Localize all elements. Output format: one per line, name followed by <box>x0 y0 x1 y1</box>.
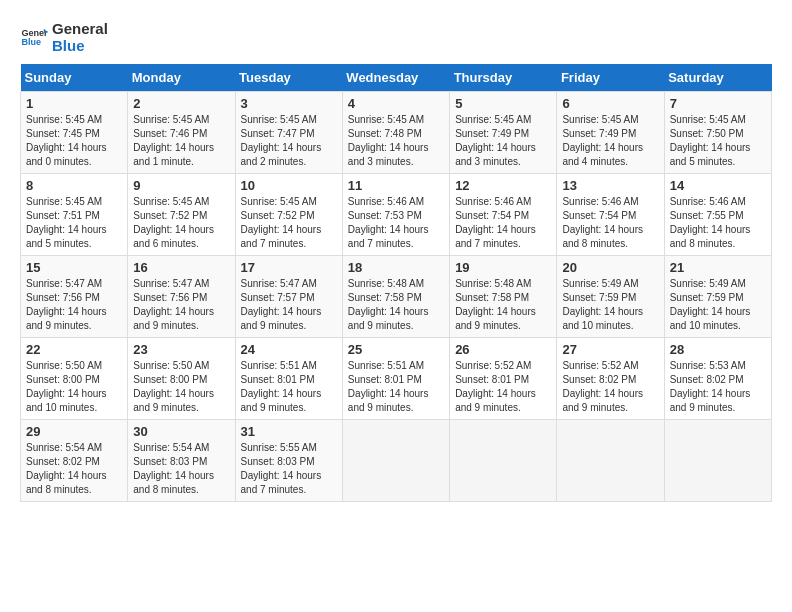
day-info: Sunrise: 5:45 AM Sunset: 7:46 PM Dayligh… <box>133 113 229 169</box>
day-info: Sunrise: 5:45 AM Sunset: 7:48 PM Dayligh… <box>348 113 444 169</box>
day-info: Sunrise: 5:46 AM Sunset: 7:54 PM Dayligh… <box>455 195 551 251</box>
day-info: Sunrise: 5:45 AM Sunset: 7:50 PM Dayligh… <box>670 113 766 169</box>
calendar-week-3: 22Sunrise: 5:50 AM Sunset: 8:00 PM Dayli… <box>21 338 772 420</box>
calendar-cell: 6Sunrise: 5:45 AM Sunset: 7:49 PM Daylig… <box>557 92 664 174</box>
day-number: 2 <box>133 96 229 111</box>
day-number: 22 <box>26 342 122 357</box>
calendar-cell: 5Sunrise: 5:45 AM Sunset: 7:49 PM Daylig… <box>450 92 557 174</box>
weekday-header-row: SundayMondayTuesdayWednesdayThursdayFrid… <box>21 64 772 92</box>
day-number: 8 <box>26 178 122 193</box>
day-number: 7 <box>670 96 766 111</box>
day-number: 6 <box>562 96 658 111</box>
day-info: Sunrise: 5:51 AM Sunset: 8:01 PM Dayligh… <box>348 359 444 415</box>
day-info: Sunrise: 5:45 AM Sunset: 7:45 PM Dayligh… <box>26 113 122 169</box>
calendar-cell: 14Sunrise: 5:46 AM Sunset: 7:55 PM Dayli… <box>664 174 771 256</box>
day-number: 16 <box>133 260 229 275</box>
day-number: 25 <box>348 342 444 357</box>
day-info: Sunrise: 5:45 AM Sunset: 7:47 PM Dayligh… <box>241 113 337 169</box>
day-info: Sunrise: 5:49 AM Sunset: 7:59 PM Dayligh… <box>562 277 658 333</box>
day-number: 24 <box>241 342 337 357</box>
day-number: 17 <box>241 260 337 275</box>
day-number: 23 <box>133 342 229 357</box>
calendar-week-1: 8Sunrise: 5:45 AM Sunset: 7:51 PM Daylig… <box>21 174 772 256</box>
svg-text:Blue: Blue <box>21 37 41 47</box>
calendar-cell: 8Sunrise: 5:45 AM Sunset: 7:51 PM Daylig… <box>21 174 128 256</box>
day-number: 13 <box>562 178 658 193</box>
calendar-cell: 23Sunrise: 5:50 AM Sunset: 8:00 PM Dayli… <box>128 338 235 420</box>
calendar-cell: 21Sunrise: 5:49 AM Sunset: 7:59 PM Dayli… <box>664 256 771 338</box>
calendar-week-4: 29Sunrise: 5:54 AM Sunset: 8:02 PM Dayli… <box>21 420 772 502</box>
day-number: 5 <box>455 96 551 111</box>
calendar-cell <box>664 420 771 502</box>
logo: General Blue General Blue <box>20 20 108 54</box>
day-number: 11 <box>348 178 444 193</box>
day-info: Sunrise: 5:45 AM Sunset: 7:52 PM Dayligh… <box>133 195 229 251</box>
day-number: 4 <box>348 96 444 111</box>
weekday-header-sunday: Sunday <box>21 64 128 92</box>
page-header: General Blue General Blue <box>20 20 772 54</box>
calendar-body: 1Sunrise: 5:45 AM Sunset: 7:45 PM Daylig… <box>21 92 772 502</box>
calendar-week-2: 15Sunrise: 5:47 AM Sunset: 7:56 PM Dayli… <box>21 256 772 338</box>
day-number: 14 <box>670 178 766 193</box>
logo-blue: Blue <box>52 37 108 54</box>
weekday-header-thursday: Thursday <box>450 64 557 92</box>
weekday-header-monday: Monday <box>128 64 235 92</box>
day-number: 30 <box>133 424 229 439</box>
calendar-cell: 1Sunrise: 5:45 AM Sunset: 7:45 PM Daylig… <box>21 92 128 174</box>
day-number: 10 <box>241 178 337 193</box>
day-info: Sunrise: 5:53 AM Sunset: 8:02 PM Dayligh… <box>670 359 766 415</box>
calendar-cell <box>450 420 557 502</box>
day-info: Sunrise: 5:46 AM Sunset: 7:55 PM Dayligh… <box>670 195 766 251</box>
logo-general: General <box>52 20 108 37</box>
day-info: Sunrise: 5:46 AM Sunset: 7:54 PM Dayligh… <box>562 195 658 251</box>
calendar-cell: 10Sunrise: 5:45 AM Sunset: 7:52 PM Dayli… <box>235 174 342 256</box>
day-info: Sunrise: 5:54 AM Sunset: 8:03 PM Dayligh… <box>133 441 229 497</box>
calendar-cell: 20Sunrise: 5:49 AM Sunset: 7:59 PM Dayli… <box>557 256 664 338</box>
calendar-cell: 9Sunrise: 5:45 AM Sunset: 7:52 PM Daylig… <box>128 174 235 256</box>
calendar-cell: 26Sunrise: 5:52 AM Sunset: 8:01 PM Dayli… <box>450 338 557 420</box>
day-number: 20 <box>562 260 658 275</box>
day-info: Sunrise: 5:51 AM Sunset: 8:01 PM Dayligh… <box>241 359 337 415</box>
calendar-cell: 4Sunrise: 5:45 AM Sunset: 7:48 PM Daylig… <box>342 92 449 174</box>
calendar-cell: 15Sunrise: 5:47 AM Sunset: 7:56 PM Dayli… <box>21 256 128 338</box>
day-number: 1 <box>26 96 122 111</box>
day-number: 21 <box>670 260 766 275</box>
day-number: 18 <box>348 260 444 275</box>
day-info: Sunrise: 5:47 AM Sunset: 7:56 PM Dayligh… <box>26 277 122 333</box>
weekday-header-friday: Friday <box>557 64 664 92</box>
calendar-cell: 30Sunrise: 5:54 AM Sunset: 8:03 PM Dayli… <box>128 420 235 502</box>
weekday-header-wednesday: Wednesday <box>342 64 449 92</box>
calendar-cell: 7Sunrise: 5:45 AM Sunset: 7:50 PM Daylig… <box>664 92 771 174</box>
calendar-cell: 29Sunrise: 5:54 AM Sunset: 8:02 PM Dayli… <box>21 420 128 502</box>
day-info: Sunrise: 5:55 AM Sunset: 8:03 PM Dayligh… <box>241 441 337 497</box>
day-info: Sunrise: 5:46 AM Sunset: 7:53 PM Dayligh… <box>348 195 444 251</box>
calendar-cell: 18Sunrise: 5:48 AM Sunset: 7:58 PM Dayli… <box>342 256 449 338</box>
calendar-cell <box>342 420 449 502</box>
day-number: 12 <box>455 178 551 193</box>
day-number: 26 <box>455 342 551 357</box>
calendar-cell: 17Sunrise: 5:47 AM Sunset: 7:57 PM Dayli… <box>235 256 342 338</box>
day-info: Sunrise: 5:48 AM Sunset: 7:58 PM Dayligh… <box>348 277 444 333</box>
calendar-cell: 19Sunrise: 5:48 AM Sunset: 7:58 PM Dayli… <box>450 256 557 338</box>
calendar-cell: 13Sunrise: 5:46 AM Sunset: 7:54 PM Dayli… <box>557 174 664 256</box>
weekday-header-tuesday: Tuesday <box>235 64 342 92</box>
day-number: 9 <box>133 178 229 193</box>
calendar-cell: 31Sunrise: 5:55 AM Sunset: 8:03 PM Dayli… <box>235 420 342 502</box>
calendar-table: SundayMondayTuesdayWednesdayThursdayFrid… <box>20 64 772 502</box>
calendar-cell: 24Sunrise: 5:51 AM Sunset: 8:01 PM Dayli… <box>235 338 342 420</box>
day-number: 28 <box>670 342 766 357</box>
day-number: 29 <box>26 424 122 439</box>
day-info: Sunrise: 5:52 AM Sunset: 8:02 PM Dayligh… <box>562 359 658 415</box>
weekday-header-saturday: Saturday <box>664 64 771 92</box>
calendar-cell: 25Sunrise: 5:51 AM Sunset: 8:01 PM Dayli… <box>342 338 449 420</box>
calendar-cell: 11Sunrise: 5:46 AM Sunset: 7:53 PM Dayli… <box>342 174 449 256</box>
calendar-cell: 12Sunrise: 5:46 AM Sunset: 7:54 PM Dayli… <box>450 174 557 256</box>
day-info: Sunrise: 5:45 AM Sunset: 7:51 PM Dayligh… <box>26 195 122 251</box>
day-number: 15 <box>26 260 122 275</box>
logo-icon: General Blue <box>20 23 48 51</box>
day-info: Sunrise: 5:45 AM Sunset: 7:49 PM Dayligh… <box>562 113 658 169</box>
day-number: 19 <box>455 260 551 275</box>
day-info: Sunrise: 5:50 AM Sunset: 8:00 PM Dayligh… <box>26 359 122 415</box>
day-info: Sunrise: 5:52 AM Sunset: 8:01 PM Dayligh… <box>455 359 551 415</box>
calendar-week-0: 1Sunrise: 5:45 AM Sunset: 7:45 PM Daylig… <box>21 92 772 174</box>
